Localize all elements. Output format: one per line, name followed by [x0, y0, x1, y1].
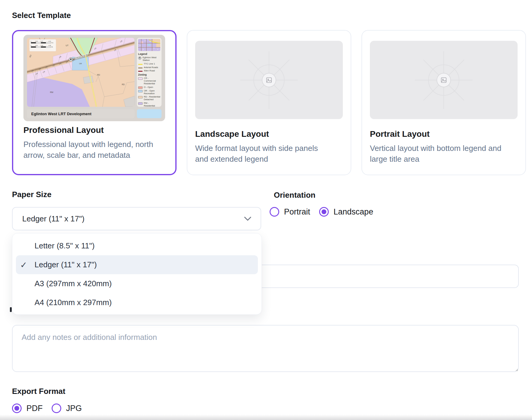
template-card-landscape[interactable]: Landscape Layout Wide format layout with… [187, 30, 351, 175]
legend-zoning-title: Zoning [138, 73, 160, 76]
select-template-label: Select Template [12, 11, 71, 20]
export-dialog: Select Template [0, 0, 532, 420]
radio-circle-icon [12, 404, 22, 413]
card-description: Professional layout with legend, north a… [23, 139, 156, 160]
card-description: Wide format layout with side panels and … [195, 143, 328, 164]
check-icon: ✓ [20, 260, 27, 270]
paper-size-select[interactable]: Ledger (11" x 17") [12, 207, 261, 230]
chevron-down-icon [244, 216, 252, 221]
legend-item-line: Arterial Roads [138, 66, 160, 69]
svg-text:0.02: 0.02 [35, 45, 38, 46]
export-format-radio-group: PDF JPG [12, 404, 82, 413]
orientation-label: Orientation [274, 190, 316, 200]
paper-size-dropdown: Letter (8.5" x 11") ✓ Ledger (11" x 17")… [12, 233, 262, 315]
line-swatch [138, 68, 143, 68]
radio-jpg[interactable]: JPG [52, 404, 82, 413]
card-title: Professional Layout [23, 125, 165, 135]
paper-size-option-a3[interactable]: A3 (297mm x 420mm) [16, 274, 258, 293]
svg-text:0.08: 0.08 [48, 45, 51, 46]
line-swatch [138, 64, 143, 65]
svg-text:0.13: 0.13 [48, 40, 51, 42]
radio-circle-icon [270, 207, 279, 217]
template-card-professional[interactable]: 0 0.03 0.07 0.13 Km 0 0.02 0.04 0.08 Mi [12, 30, 177, 175]
svg-text:0.04: 0.04 [41, 45, 43, 46]
card-title: Landscape Layout [195, 129, 343, 139]
image-placeholder-icon [262, 73, 276, 87]
svg-text:RD: RD [122, 83, 125, 86]
thumbnail-map-title: Eglinton West LRT Development [27, 109, 135, 118]
radio-circle-icon [319, 207, 329, 217]
paper-size-option-a4[interactable]: A4 (210mm x 297mm) [16, 293, 258, 312]
svg-text:RM: RM [50, 91, 53, 93]
zone-swatch [138, 102, 143, 105]
paper-size-option-ledger[interactable]: ✓ Ledger (11" x 17") [16, 255, 258, 274]
svg-text:Mi: Mi [51, 46, 53, 48]
zone-swatch [138, 96, 143, 98]
zone-swatch [138, 77, 143, 80]
legend-title: Legend [138, 52, 160, 56]
legend-item-zone: RM - Residential Multiple [138, 102, 160, 107]
line-swatch [138, 71, 143, 72]
legend-item-line: Allen Road [138, 70, 160, 72]
image-placeholder [195, 41, 343, 119]
svg-text:RD: RD [97, 74, 100, 76]
radio-pdf[interactable]: PDF [12, 404, 43, 413]
paper-size-option-letter[interactable]: Letter (8.5" x 11") [16, 236, 258, 255]
card-description: Vertical layout with bottom legend and l… [370, 143, 503, 164]
legend-item-zone: CR - Commercial Residential [138, 77, 160, 85]
notes-textarea[interactable] [12, 325, 519, 372]
station-icon [138, 56, 141, 60]
hidden-label-sliver [10, 307, 12, 312]
radio-portrait[interactable]: Portrait [270, 207, 310, 217]
thumbnail-blue-panel [137, 109, 162, 118]
radio-landscape[interactable]: Landscape [319, 207, 373, 217]
legend-item-zone: RD - Residential Detached [138, 96, 160, 101]
legend-panel: Legend Eglinton West Station TTC Line 1 [137, 38, 162, 107]
template-cards: 0 0.03 0.07 0.13 Km 0 0.02 0.04 0.08 Mi [12, 30, 526, 175]
svg-text:UT: UT [66, 44, 69, 46]
zoning-map-svg: 0 0.03 0.07 0.13 Km 0 0.02 0.04 0.08 Mi [27, 38, 135, 107]
orientation-radio-group: Portrait Landscape [270, 207, 373, 217]
zoning-map-preview: 0 0.03 0.07 0.13 Km 0 0.02 0.04 0.08 Mi [27, 38, 135, 107]
paper-size-value: Ledger (11" x 17") [22, 214, 84, 224]
zone-swatch [138, 86, 143, 89]
legend-item-zone: OR - Open Recreation [138, 90, 160, 95]
svg-text:0.07: 0.07 [41, 40, 43, 42]
legend-item-line: TTC Line 1 [138, 63, 160, 65]
bottom-edge-fade [0, 415, 532, 420]
template-thumbnail-professional: 0 0.03 0.07 0.13 Km 0 0.02 0.04 0.08 Mi [23, 35, 165, 121]
legend-item-station: Eglinton West Station [138, 56, 160, 62]
svg-text:0.03: 0.03 [35, 40, 38, 42]
svg-text:Km: Km [51, 42, 53, 44]
image-placeholder [370, 41, 518, 119]
image-placeholder-icon [437, 73, 451, 87]
overview-minimap [138, 39, 160, 51]
export-format-label: Export Format [12, 387, 65, 396]
zone-swatch [138, 90, 143, 92]
legend-item-zone: O - Open [138, 86, 160, 89]
svg-text:OR: OR [79, 63, 82, 64]
paper-size-label: Paper Size [12, 190, 52, 199]
radio-circle-icon [52, 404, 61, 413]
card-title: Portrait Layout [370, 129, 518, 139]
template-card-portrait[interactable]: Portrait Layout Vertical layout with bot… [361, 30, 526, 175]
map-scale-bar: 0 0.03 0.07 0.13 Km 0 0.02 0.04 0.08 Mi [29, 39, 56, 51]
